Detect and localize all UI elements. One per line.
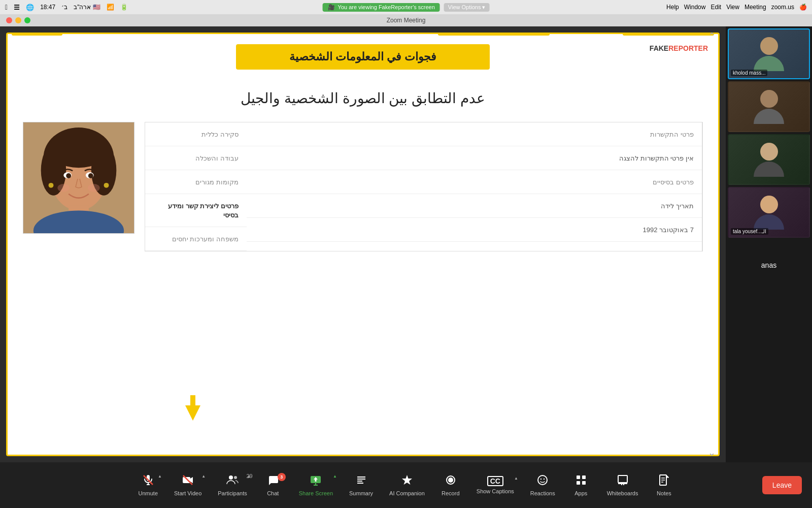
info-cat-contact: פרטים ליצירת קשר ומידע בסיסי <box>145 194 247 227</box>
menu-help[interactable]: Help <box>666 4 679 11</box>
ai-companion-button[interactable]: AI Companion <box>381 470 433 500</box>
svg-point-25 <box>234 476 237 479</box>
video-person-3 <box>754 143 784 177</box>
menu-zoom-us[interactable]: zoom.us <box>771 4 794 11</box>
video-person-4 <box>754 196 784 230</box>
cat-work-text: עבודה והשכלה <box>195 154 239 162</box>
leave-button[interactable]: Leave <box>762 476 802 494</box>
video-body-2 <box>754 109 784 124</box>
video-head-2 <box>760 90 778 108</box>
apps-label: Apps <box>574 490 587 496</box>
nav-arrow-down[interactable]: ⌄ <box>708 447 716 458</box>
participant-tile-1[interactable]: kholod mass... <box>728 28 810 79</box>
birthdate-value-text: 7 באוקטובר 1992 <box>643 226 694 234</box>
chat-button[interactable]: ▲ 3 Chat <box>255 470 291 500</box>
video-body-1 <box>754 56 784 71</box>
video-person-2 <box>754 90 784 124</box>
info-row-no-contact: אין פרטי התקשרות להצגה <box>247 146 702 170</box>
svg-marker-34 <box>402 475 412 485</box>
video-label: Start Video <box>174 490 201 496</box>
reactions-button[interactable]: Reactions <box>522 470 563 500</box>
info-cat-family: משפחה ומערכות יחסים <box>145 227 247 251</box>
slide-content: פרטי התקשרות אין פרטי התקשרות להצגה פרטי… <box>8 122 718 251</box>
svg-marker-16 <box>185 395 200 421</box>
menu-item-finder[interactable]: ☰ <box>14 4 20 11</box>
participants-sidebar: kholod mass... <box>726 26 812 462</box>
info-cat-places: מקומות מגורים <box>145 170 247 194</box>
unmute-caret: ▲ <box>158 474 162 479</box>
apple-icon[interactable]:  <box>5 3 8 11</box>
chat-label: Chat <box>267 490 279 496</box>
participant-tile-3[interactable] <box>728 134 810 185</box>
share-screen-icon <box>310 474 322 488</box>
video-head-4 <box>760 196 778 213</box>
summary-button[interactable]: Summary <box>341 470 381 500</box>
apps-button[interactable]: Apps <box>563 470 599 500</box>
day-display: ב׳ <box>61 4 67 11</box>
participants-icon <box>226 474 239 488</box>
participant-tile-4[interactable]: tala yousef...الـ <box>728 187 810 238</box>
svg-point-15 <box>88 184 100 192</box>
toolbar: ▲ Unmute ▲ Start Video ▲ <box>0 462 812 508</box>
show-captions-button[interactable]: ▲ CC Show Captions <box>468 472 522 498</box>
titlebar: Zoom Meeting <box>0 14 812 26</box>
basic-header-text: פרטים בסיסיים <box>653 178 694 186</box>
slide-header-text: فجوات في المعلومات الشخصية <box>289 50 436 63</box>
participant-video-3 <box>729 135 809 184</box>
window-controls <box>6 14 30 26</box>
participant-tile-2[interactable] <box>728 81 810 132</box>
minimize-button[interactable] <box>15 17 21 23</box>
svg-point-24 <box>229 475 233 480</box>
yellow-arrow-indicator <box>185 395 200 424</box>
start-video-button[interactable]: ▲ Start Video <box>166 470 210 500</box>
menu-edit[interactable]: Edit <box>710 4 721 11</box>
maximize-button[interactable] <box>24 17 30 23</box>
participants-count: 29 <box>247 473 253 479</box>
camera-icon <box>182 474 194 488</box>
share-screen-label: Share Screen <box>299 490 333 496</box>
logo-reporter: REPORTER <box>668 44 708 52</box>
nav-arrow-up[interactable]: ⌃ <box>708 30 716 42</box>
close-button[interactable] <box>6 17 12 23</box>
svg-point-36 <box>448 478 453 483</box>
notes-button[interactable]: Notes <box>646 470 682 500</box>
info-row-birthdate-label: תאריך לידה <box>247 194 702 218</box>
svg-rect-43 <box>582 481 586 485</box>
notes-label: Notes <box>657 490 671 496</box>
svg-rect-41 <box>582 475 586 479</box>
whiteboards-button[interactable]: Whiteboards <box>599 470 647 500</box>
svg-point-10 <box>66 173 71 178</box>
logo-fake: FAKE <box>650 44 668 52</box>
record-icon <box>445 474 457 488</box>
captions-label: Show Captions <box>477 488 514 494</box>
slide-main-title-text: عدم التطابق بين الصورة الشخصية والجيل <box>241 90 485 106</box>
slide-top-tabs <box>8 33 718 36</box>
menu-meeting[interactable]: Meeting <box>745 4 766 11</box>
video-head-1 <box>760 37 778 55</box>
participant-name-1: kholod mass... <box>731 70 767 76</box>
participant-tile-5[interactable]: anas <box>728 240 810 291</box>
cat-family-text: משפחה ומערכות יחסים <box>172 235 239 243</box>
captions-caret: ▲ <box>514 476 518 481</box>
menu-window[interactable]: Window <box>684 4 706 11</box>
unmute-button[interactable]: ▲ Unmute <box>130 470 166 500</box>
menu-view[interactable]: View <box>726 4 739 11</box>
slide-main-title: عدم التطابق بين الصورة الشخصية والجيل <box>8 90 718 107</box>
svg-rect-44 <box>618 475 627 483</box>
zoom-logo-small: 🎥 <box>328 4 335 11</box>
menubar-left:  ☰ 🌐 18:47 ב׳ ארה"ב 🇺🇸 📶 🔋 <box>5 3 128 11</box>
reactions-label: Reactions <box>530 490 555 496</box>
record-label: Record <box>442 490 459 496</box>
cat-overview-text: סקירה כללית <box>201 131 239 138</box>
info-col-categories: סקירה כללית עבודה והשכלה מקומות מגורים פ… <box>145 122 247 251</box>
participants-button[interactable]: ▲ Participants 29 <box>210 470 255 500</box>
share-screen-button[interactable]: ▲ Share Screen <box>291 470 341 500</box>
status-icon-1: 🌐 <box>26 4 34 11</box>
participant-name-5: anas <box>761 261 776 269</box>
view-options-button[interactable]: View Options ▾ <box>444 3 490 12</box>
video-body-4 <box>754 214 784 230</box>
view-options-caret: ▾ <box>482 4 485 11</box>
info-cat-overview: סקירה כללית <box>145 122 247 146</box>
svg-point-38 <box>540 479 542 480</box>
record-button[interactable]: Record <box>433 470 468 500</box>
